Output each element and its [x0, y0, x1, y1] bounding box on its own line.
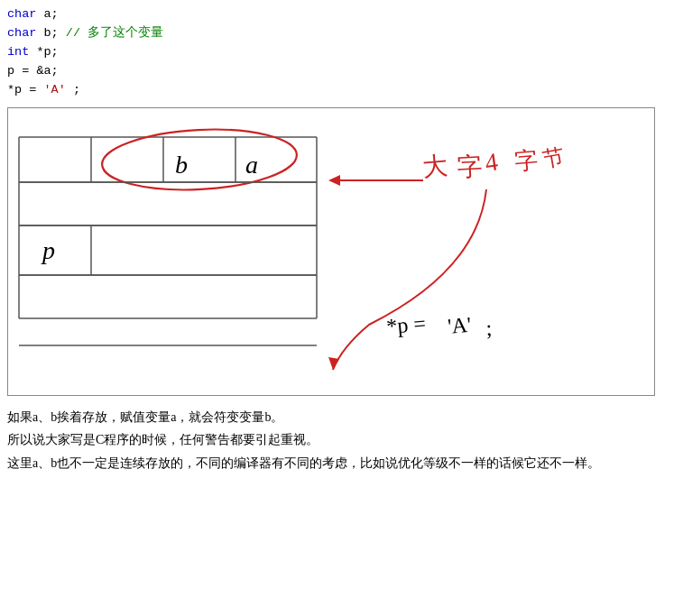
svg-text:p: p [41, 236, 55, 264]
code-assign-p: p = &a; [7, 64, 59, 78]
svg-text:4: 4 [484, 147, 500, 177]
code-line-3: int *p; [7, 43, 667, 62]
explanation-1: 如果a、b挨着存放，赋值变量a，就会符变变量b。 [7, 407, 667, 428]
code-semicolon: ; [73, 83, 80, 97]
explanation-3: 这里a、b也不一定是连续存放的，不同的编译器有不同的考虑，比如说优化等级不一样的… [7, 453, 667, 474]
code-keyword-char2: char [7, 26, 36, 40]
code-line-2: char b; // 多了这个变量 [7, 24, 667, 43]
code-comment-1: // 多了这个变量 [66, 26, 163, 40]
code-var-a: a; [44, 7, 59, 21]
svg-text:;: ; [485, 316, 493, 339]
diagram-svg: b a p 大 字 4 字 节 [8, 108, 656, 397]
svg-text:b: b [175, 151, 188, 179]
code-keyword-int: int [7, 45, 29, 59]
code-line-4: p = &a; [7, 62, 667, 81]
svg-text:节: 节 [540, 144, 566, 171]
svg-text:'A': 'A' [447, 312, 472, 337]
code-deref-p: *p = [7, 83, 44, 97]
code-block: char a; char b; // 多了这个变量 int *p; p = &a… [0, 0, 674, 104]
code-line-5: *p = 'A' ; [7, 81, 667, 100]
svg-text:大: 大 [421, 151, 449, 180]
svg-point-7 [100, 124, 298, 194]
code-string-A: 'A' [44, 83, 66, 97]
svg-text:字: 字 [457, 152, 484, 180]
explanation-2: 所以说大家写是C程序的时候，任何警告都要引起重视。 [7, 429, 667, 451]
svg-marker-26 [328, 175, 340, 186]
code-keyword-char1: char [7, 7, 36, 21]
svg-text:字: 字 [513, 146, 539, 174]
code-var-b: b; [44, 26, 66, 40]
code-var-p-decl: *p; [36, 45, 58, 59]
svg-text:*p =: *p = [385, 311, 427, 338]
svg-text:a: a [245, 151, 258, 179]
svg-marker-32 [328, 357, 339, 370]
code-line-1: char a; [7, 5, 667, 24]
explanations-section: 如果a、b挨着存放，赋值变量a，就会符变变量b。 所以说大家写是C程序的时候，任… [0, 401, 674, 474]
diagram-container: b a p 大 字 4 字 节 [7, 107, 655, 396]
